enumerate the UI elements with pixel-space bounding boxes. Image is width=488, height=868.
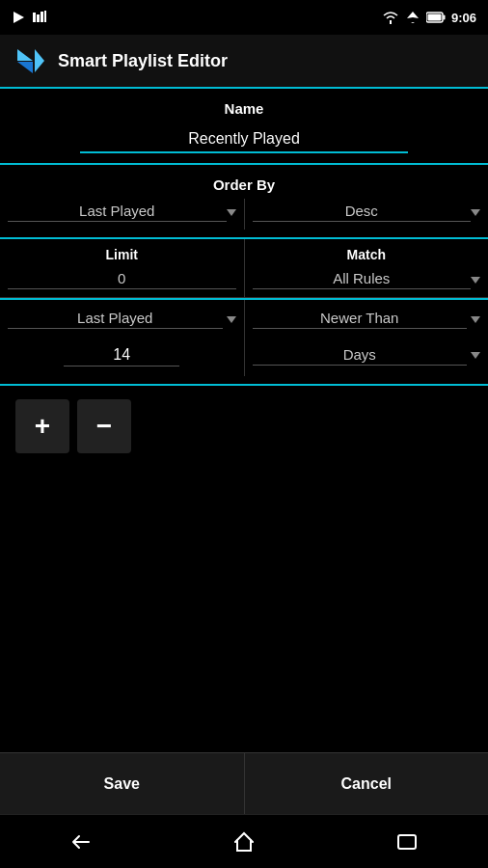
home-icon xyxy=(232,830,256,854)
limit-match-values-row: 0 All Rules xyxy=(0,266,488,298)
rule-condition-row: Last Played Newer Than xyxy=(0,300,488,339)
order-by-row: Last Played Desc xyxy=(0,199,488,230)
status-right-icons: 9:06 xyxy=(382,11,476,25)
limit-match-section: Limit Match 0 All Rules xyxy=(0,239,488,300)
match-header-col: Match xyxy=(245,239,489,266)
order-direction-arrow xyxy=(471,209,480,216)
app-logo-icon xyxy=(15,45,46,76)
svg-rect-2 xyxy=(37,14,40,22)
limit-match-headers: Limit Match xyxy=(0,239,488,266)
time-display: 9:06 xyxy=(451,11,476,25)
svg-marker-8 xyxy=(17,49,33,61)
limit-value: 0 xyxy=(8,270,236,289)
order-by-label: Order By xyxy=(0,165,488,199)
match-value-col[interactable]: All Rules xyxy=(245,266,489,297)
play-icon xyxy=(12,11,25,24)
rule-field-col[interactable]: Last Played xyxy=(0,300,245,339)
svg-rect-7 xyxy=(427,14,441,21)
order-field-value: Last Played xyxy=(8,203,227,222)
svg-marker-9 xyxy=(17,62,33,73)
remove-rule-button[interactable]: − xyxy=(77,399,131,453)
battery-icon xyxy=(426,12,446,23)
rule-number-input[interactable] xyxy=(64,344,179,366)
recents-icon xyxy=(395,830,419,854)
order-direction-value: Desc xyxy=(253,203,472,222)
rule-value-row: Days xyxy=(0,339,488,376)
rule-field-arrow xyxy=(227,316,236,323)
app-title: Smart Playlist Editor xyxy=(58,51,228,71)
app-bar: Smart Playlist Editor xyxy=(0,35,488,89)
home-button[interactable] xyxy=(213,823,275,861)
airplane-icon xyxy=(405,11,420,24)
order-direction-col[interactable]: Desc xyxy=(245,199,489,230)
status-bar: 9:06 xyxy=(0,0,488,35)
rule-number-col[interactable] xyxy=(0,339,245,376)
rule-unit-arrow xyxy=(471,352,480,359)
order-field-arrow xyxy=(227,209,236,216)
order-field-col[interactable]: Last Played xyxy=(0,199,245,230)
limit-value-col[interactable]: 0 xyxy=(0,266,245,297)
status-left-icons xyxy=(12,11,46,24)
rule-condition-arrow xyxy=(471,316,480,323)
rule-field-value: Last Played xyxy=(8,310,223,329)
add-rule-button[interactable]: + xyxy=(15,399,69,453)
svg-rect-6 xyxy=(443,15,445,20)
nav-bar xyxy=(0,814,488,868)
bottom-buttons: Save Cancel xyxy=(0,752,488,814)
svg-marker-10 xyxy=(35,49,44,72)
limit-header-col: Limit xyxy=(0,239,245,266)
name-section: Name xyxy=(0,89,488,165)
svg-rect-4 xyxy=(44,11,46,22)
bars-icon xyxy=(33,11,46,24)
match-dropdown-arrow xyxy=(471,277,480,284)
recents-button[interactable] xyxy=(376,823,438,861)
rule-unit-value: Days xyxy=(253,346,468,366)
match-label: Match xyxy=(347,239,386,266)
limit-label: Limit xyxy=(106,239,138,266)
wifi-icon xyxy=(382,11,399,24)
svg-rect-11 xyxy=(398,835,416,849)
rule-unit-col[interactable]: Days xyxy=(245,339,489,376)
action-buttons: + − xyxy=(0,386,488,467)
name-input-row xyxy=(0,122,488,165)
order-by-section: Order By Last Played Desc xyxy=(0,165,488,239)
name-input[interactable] xyxy=(80,126,408,153)
svg-marker-0 xyxy=(14,12,24,23)
main-content: Name Order By Last Played Desc xyxy=(0,89,488,752)
svg-rect-1 xyxy=(33,13,36,22)
back-button[interactable] xyxy=(50,823,112,861)
back-icon xyxy=(69,830,93,854)
cancel-button[interactable]: Cancel xyxy=(245,753,489,814)
rule-condition-col[interactable]: Newer Than xyxy=(245,300,489,339)
match-value: All Rules xyxy=(253,270,472,289)
save-button[interactable]: Save xyxy=(0,753,245,814)
rules-section: Last Played Newer Than Days xyxy=(0,300,488,386)
svg-rect-3 xyxy=(41,12,43,22)
rule-condition-value: Newer Than xyxy=(253,310,468,329)
name-label: Name xyxy=(0,89,488,122)
